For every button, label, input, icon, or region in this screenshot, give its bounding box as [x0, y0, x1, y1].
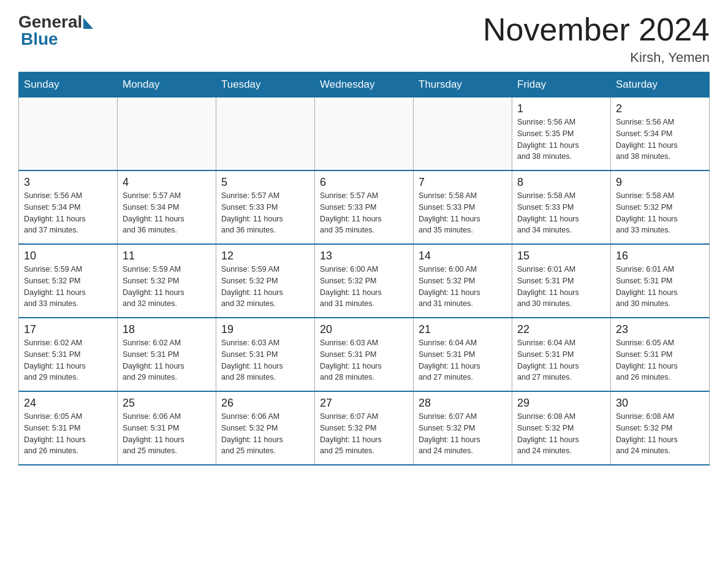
day-info: Sunrise: 6:01 AMSunset: 5:31 PMDaylight:… [517, 264, 605, 310]
calendar-cell: 11Sunrise: 5:59 AMSunset: 5:32 PMDayligh… [118, 244, 216, 318]
calendar-cell: 21Sunrise: 6:04 AMSunset: 5:31 PMDayligh… [414, 318, 512, 391]
day-info: Sunrise: 5:59 AMSunset: 5:32 PMDaylight:… [221, 264, 309, 310]
day-number: 3 [24, 176, 112, 189]
day-info: Sunrise: 5:57 AMSunset: 5:33 PMDaylight:… [320, 190, 408, 236]
calendar-cell: 3Sunrise: 5:56 AMSunset: 5:34 PMDaylight… [19, 170, 118, 244]
weekday-header-saturday: Saturday [611, 72, 710, 98]
day-info: Sunrise: 6:06 AMSunset: 5:32 PMDaylight:… [221, 411, 309, 457]
day-info: Sunrise: 6:01 AMSunset: 5:31 PMDaylight:… [616, 264, 704, 310]
day-info: Sunrise: 5:56 AMSunset: 5:35 PMDaylight:… [517, 117, 605, 163]
calendar-cell: 16Sunrise: 6:01 AMSunset: 5:31 PMDayligh… [611, 244, 710, 318]
day-number: 18 [123, 323, 211, 336]
day-info: Sunrise: 6:00 AMSunset: 5:32 PMDaylight:… [320, 264, 408, 310]
day-number: 23 [616, 323, 704, 336]
day-info: Sunrise: 6:06 AMSunset: 5:31 PMDaylight:… [123, 411, 211, 457]
calendar-cell: 17Sunrise: 6:02 AMSunset: 5:31 PMDayligh… [19, 318, 118, 391]
calendar-cell: 27Sunrise: 6:07 AMSunset: 5:32 PMDayligh… [315, 391, 414, 465]
calendar-cell: 25Sunrise: 6:06 AMSunset: 5:31 PMDayligh… [118, 391, 216, 465]
calendar-cell: 8Sunrise: 5:58 AMSunset: 5:33 PMDaylight… [512, 170, 611, 244]
calendar-cell: 13Sunrise: 6:00 AMSunset: 5:32 PMDayligh… [315, 244, 414, 318]
calendar-cell: 2Sunrise: 5:56 AMSunset: 5:34 PMDaylight… [611, 98, 710, 171]
day-number: 9 [616, 176, 704, 189]
calendar-week-2: 3Sunrise: 5:56 AMSunset: 5:34 PMDaylight… [19, 170, 710, 244]
weekday-header-wednesday: Wednesday [315, 72, 414, 98]
calendar-cell: 14Sunrise: 6:00 AMSunset: 5:32 PMDayligh… [414, 244, 512, 318]
day-info: Sunrise: 5:57 AMSunset: 5:33 PMDaylight:… [221, 190, 309, 236]
day-number: 5 [221, 176, 309, 189]
day-number: 21 [419, 323, 507, 336]
calendar-week-4: 17Sunrise: 6:02 AMSunset: 5:31 PMDayligh… [19, 318, 710, 391]
day-number: 19 [221, 323, 309, 336]
day-info: Sunrise: 6:05 AMSunset: 5:31 PMDaylight:… [616, 337, 704, 383]
day-info: Sunrise: 5:57 AMSunset: 5:34 PMDaylight:… [123, 190, 211, 236]
weekday-header-monday: Monday [118, 72, 216, 98]
day-number: 28 [419, 397, 507, 410]
title-area: November 2024 Kirsh, Yemen [483, 12, 710, 66]
calendar-cell: 26Sunrise: 6:06 AMSunset: 5:32 PMDayligh… [216, 391, 315, 465]
calendar-cell: 5Sunrise: 5:57 AMSunset: 5:33 PMDaylight… [216, 170, 315, 244]
calendar-cell: 7Sunrise: 5:58 AMSunset: 5:33 PMDaylight… [414, 170, 512, 244]
calendar-week-3: 10Sunrise: 5:59 AMSunset: 5:32 PMDayligh… [19, 244, 710, 318]
day-number: 2 [616, 102, 704, 115]
day-info: Sunrise: 6:04 AMSunset: 5:31 PMDaylight:… [419, 337, 507, 383]
calendar-cell: 23Sunrise: 6:05 AMSunset: 5:31 PMDayligh… [611, 318, 710, 391]
calendar-cell: 24Sunrise: 6:05 AMSunset: 5:31 PMDayligh… [19, 391, 118, 465]
calendar-cell: 30Sunrise: 6:08 AMSunset: 5:32 PMDayligh… [611, 391, 710, 465]
calendar-header: SundayMondayTuesdayWednesdayThursdayFrid… [19, 72, 710, 98]
calendar-cell [414, 98, 512, 171]
day-info: Sunrise: 6:02 AMSunset: 5:31 PMDaylight:… [123, 337, 211, 383]
day-number: 25 [123, 397, 211, 410]
day-info: Sunrise: 5:58 AMSunset: 5:33 PMDaylight:… [517, 190, 605, 236]
day-number: 30 [616, 397, 704, 410]
day-info: Sunrise: 5:59 AMSunset: 5:32 PMDaylight:… [24, 264, 112, 310]
calendar-cell [118, 98, 216, 171]
calendar-cell: 19Sunrise: 6:03 AMSunset: 5:31 PMDayligh… [216, 318, 315, 391]
day-info: Sunrise: 6:05 AMSunset: 5:31 PMDaylight:… [24, 411, 112, 457]
logo-blue-text: Blue [21, 29, 58, 49]
weekday-header-tuesday: Tuesday [216, 72, 315, 98]
calendar-cell [315, 98, 414, 171]
header: General Blue November 2024 Kirsh, Yemen [18, 12, 710, 66]
day-number: 14 [419, 250, 507, 262]
day-number: 6 [320, 176, 408, 189]
day-number: 29 [517, 397, 605, 410]
day-number: 26 [221, 397, 309, 410]
day-info: Sunrise: 6:03 AMSunset: 5:31 PMDaylight:… [221, 337, 309, 383]
calendar-cell: 9Sunrise: 5:58 AMSunset: 5:32 PMDaylight… [611, 170, 710, 244]
weekday-header-sunday: Sunday [19, 72, 118, 98]
day-number: 8 [517, 176, 605, 189]
day-number: 20 [320, 323, 408, 336]
calendar-week-5: 24Sunrise: 6:05 AMSunset: 5:31 PMDayligh… [19, 391, 710, 465]
day-info: Sunrise: 5:56 AMSunset: 5:34 PMDaylight:… [24, 190, 112, 236]
day-info: Sunrise: 6:03 AMSunset: 5:31 PMDaylight:… [320, 337, 408, 383]
day-number: 10 [24, 250, 112, 262]
calendar-week-1: 1Sunrise: 5:56 AMSunset: 5:35 PMDaylight… [19, 98, 710, 171]
day-number: 16 [616, 250, 704, 262]
day-info: Sunrise: 6:07 AMSunset: 5:32 PMDaylight:… [419, 411, 507, 457]
day-number: 15 [517, 250, 605, 262]
weekday-header-thursday: Thursday [414, 72, 512, 98]
calendar-cell: 6Sunrise: 5:57 AMSunset: 5:33 PMDaylight… [315, 170, 414, 244]
day-info: Sunrise: 6:02 AMSunset: 5:31 PMDaylight:… [24, 337, 112, 383]
day-number: 22 [517, 323, 605, 336]
calendar: SundayMondayTuesdayWednesdayThursdayFrid… [18, 72, 710, 465]
day-number: 24 [24, 397, 112, 410]
day-number: 12 [221, 250, 309, 262]
day-number: 4 [123, 176, 211, 189]
calendar-cell [19, 98, 118, 171]
calendar-cell [216, 98, 315, 171]
calendar-body: 1Sunrise: 5:56 AMSunset: 5:35 PMDaylight… [19, 98, 710, 465]
day-info: Sunrise: 5:58 AMSunset: 5:33 PMDaylight:… [419, 190, 507, 236]
logo: General Blue [18, 12, 93, 49]
weekday-header-friday: Friday [512, 72, 611, 98]
day-number: 27 [320, 397, 408, 410]
calendar-cell: 22Sunrise: 6:04 AMSunset: 5:31 PMDayligh… [512, 318, 611, 391]
month-title: November 2024 [483, 12, 710, 47]
logo-arrow-icon [83, 18, 93, 29]
day-info: Sunrise: 6:07 AMSunset: 5:32 PMDaylight:… [320, 411, 408, 457]
calendar-cell: 15Sunrise: 6:01 AMSunset: 5:31 PMDayligh… [512, 244, 611, 318]
day-info: Sunrise: 6:00 AMSunset: 5:32 PMDaylight:… [419, 264, 507, 310]
calendar-cell: 4Sunrise: 5:57 AMSunset: 5:34 PMDaylight… [118, 170, 216, 244]
day-number: 7 [419, 176, 507, 189]
calendar-cell: 28Sunrise: 6:07 AMSunset: 5:32 PMDayligh… [414, 391, 512, 465]
